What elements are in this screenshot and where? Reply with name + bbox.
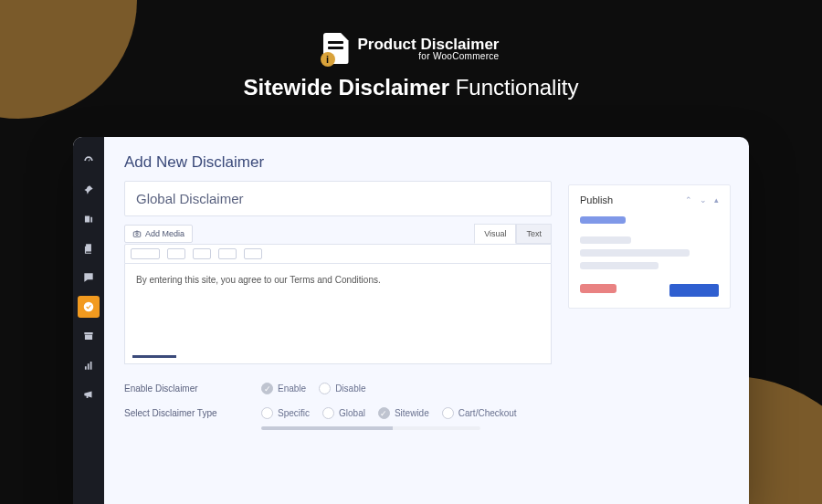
gauge-icon [82,154,95,167]
checkmark-icon: ✓ [261,383,273,394]
editor-content[interactable]: By entering this site, you agree to our … [124,264,552,364]
option-type-row: Select Disclaimer Type Specific Global ✓… [124,407,552,419]
radio-dot-icon [442,407,454,419]
product-logo-icon: i [323,33,349,64]
radio-dot-icon [319,383,331,394]
brand-header: i Product Disclaimer for WooCommerce [0,0,822,64]
brand-title: Product Disclaimer [358,37,500,52]
disclaimer-title-input[interactable] [124,181,552,216]
pages-icon [82,242,95,255]
megaphone-icon [82,388,95,401]
check-circle-icon [82,300,95,313]
chevron-up-icon[interactable]: ⌃ [685,195,692,205]
svg-point-0 [84,302,94,312]
toolbar-button[interactable] [193,248,211,259]
svg-rect-1 [133,232,141,236]
decorative-bar [261,426,480,430]
editor-toolbar [124,244,552,264]
admin-sidebar [73,137,104,504]
add-media-label: Add Media [145,229,184,238]
tab-visual[interactable]: Visual [474,224,516,244]
radio-enable[interactable]: ✓Enable [261,383,306,394]
pin-icon [82,184,95,196]
svg-point-2 [136,233,139,235]
archive-icon [82,330,95,342]
add-media-button[interactable]: Add Media [124,225,193,243]
radio-specific[interactable]: Specific [261,407,310,419]
radio-sitewide[interactable]: ✓Sitewide [378,407,429,419]
radio-cart-checkout[interactable]: Cart/Checkout [442,407,517,419]
caret-up-icon[interactable]: ▴ [714,195,719,205]
editor-mode-tabs: Visual Text [474,224,552,244]
enable-radio-group: ✓Enable Disable [261,383,366,394]
radio-global[interactable]: Global [322,407,365,419]
editor-text: By entering this site, you agree to our … [136,275,381,285]
page-title: Add New Disclaimer [124,153,552,172]
publish-button[interactable] [669,284,719,297]
radio-disable[interactable]: Disable [319,383,365,394]
app-window: Add New Disclaimer Add Media Visual Text [73,137,749,504]
type-radio-group: Specific Global ✓Sitewide Cart/Checkout [261,407,517,419]
comment-icon [82,271,95,284]
trash-action[interactable] [580,284,616,293]
bars-icon [82,359,95,372]
publish-panel: Publish ⌃ ⌄ ▴ [568,184,731,309]
tagline-strong: Sitewide Disclaimer [244,75,449,100]
toolbar-button[interactable] [131,248,160,259]
sidebar-posts[interactable] [78,179,100,201]
sidebar-archive[interactable] [78,325,100,347]
radio-dot-icon [261,407,273,419]
media-icon [82,213,95,226]
radio-dot-icon [322,407,334,419]
placeholder-bar [580,262,659,269]
checkmark-icon: ✓ [378,407,390,419]
tagline: Sitewide Disclaimer Functionality [0,75,822,100]
toolbar-button[interactable] [167,248,185,259]
sidebar-dashboard[interactable] [78,150,100,172]
option-enable-label: Enable Disclaimer [124,383,261,394]
placeholder-bar [580,216,626,224]
camera-icon [132,229,142,238]
option-enable-row: Enable Disclaimer ✓Enable Disable [124,383,552,394]
sidebar-pages[interactable] [78,237,100,259]
chevron-down-icon[interactable]: ⌄ [700,195,707,205]
sidebar-marketing[interactable] [78,383,100,405]
sidebar-disclaimer[interactable] [78,296,100,318]
toolbar-button[interactable] [244,248,262,259]
toolbar-button[interactable] [218,248,237,259]
tagline-rest: Functionality [449,75,578,100]
placeholder-bar [580,249,690,257]
option-type-label: Select Disclaimer Type [124,408,261,418]
sidebar-comments[interactable] [78,267,100,289]
placeholder-bar [580,236,631,244]
sidebar-media[interactable] [78,208,100,230]
sidebar-analytics[interactable] [78,354,100,376]
publish-title: Publish [580,194,613,205]
brand-subtitle: for WooCommerce [358,52,500,61]
tab-text[interactable]: Text [516,224,552,244]
